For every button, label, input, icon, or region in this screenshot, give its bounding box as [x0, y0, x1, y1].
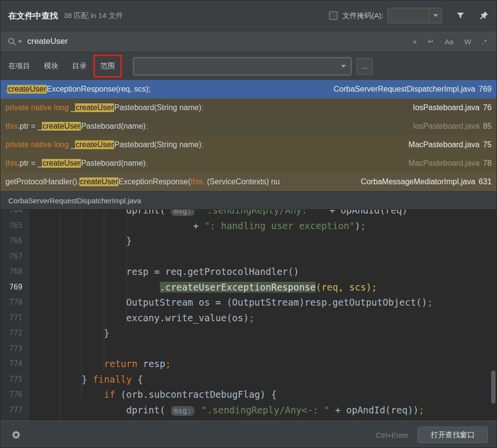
result-row[interactable]: this.ptr = _createUserPasteboard(name); … [0, 154, 497, 173]
result-row[interactable]: private native long _createUserPasteboar… [0, 98, 497, 117]
gear-icon[interactable] [11, 430, 21, 440]
result-text: .createUserExceptionResponse(req, scs); [5, 85, 328, 94]
code-line-current: 769 .createUserExceptionResponse(req, sc… [0, 280, 497, 295]
file-mask-combo[interactable] [387, 8, 442, 23]
file-mask-checkbox[interactable] [329, 11, 338, 20]
editor-scrollbar-thumb[interactable] [491, 370, 496, 404]
result-text: getProtocolHandler().createUserException… [5, 177, 355, 186]
text-segment: ; [419, 405, 424, 415]
text-segment: (ServiceContexts) nu [205, 177, 280, 186]
text-segment [196, 209, 201, 215]
code-line: 766 } [0, 234, 497, 249]
filter-icon[interactable] [456, 11, 465, 20]
text-segment: (req, scs); [316, 282, 377, 292]
tab-scope[interactable]: 范围 [100, 61, 115, 71]
text-segment: Pasteboard(name) [81, 159, 146, 167]
gutter-line-number: 766 [0, 234, 28, 249]
text-segment [37, 389, 104, 400]
line-number: 769 [478, 85, 492, 93]
string-segment: ": handling user exception" [204, 220, 355, 231]
code-text: dprint( msg: ".sendingReply/Any: " + opA… [28, 209, 497, 218]
result-row[interactable]: .createUserExceptionResponse(req, scs); … [0, 80, 497, 98]
pin-icon[interactable] [479, 11, 489, 20]
text-segment: private native long [5, 140, 71, 149]
text-segment: ) [355, 220, 360, 231]
result-text: this.ptr = _createUserPasteboard(name); [5, 122, 407, 131]
whole-words-toggle[interactable]: W [464, 38, 471, 46]
text-segment: resp = req.getProtocolHandler() [37, 266, 299, 277]
code-line: 775 } finally { [0, 372, 497, 388]
match-segment: createUser [79, 177, 118, 186]
text-segment: Pasteboard(String name) [114, 103, 201, 112]
search-icon[interactable] [7, 37, 22, 46]
text-segment: ; [165, 358, 171, 369]
preview-file-title: CorbaServerRequestDispatcherImpl.java [0, 191, 497, 209]
param-hint: msg: [171, 209, 194, 216]
code-line: 767 [0, 249, 497, 265]
text-segment: dprint( [37, 209, 171, 215]
code-text: OutputStream os = (OutputStream)resp.get… [28, 295, 497, 311]
search-options: × ↵ Aa W .* [413, 37, 490, 46]
gutter-line-number: 770 [0, 295, 28, 311]
match-segment: createUser [75, 140, 114, 149]
gutter-line-number: 775 [0, 372, 28, 388]
result-text: private native long _createUserPasteboar… [5, 140, 402, 149]
code-text: .createUserExceptionResponse(req, scs); [28, 280, 497, 295]
gutter-line-number: 774 [0, 356, 28, 372]
text-segment: } [37, 235, 132, 246]
match-segment: createUser [75, 103, 114, 112]
text-segment: _ [71, 103, 75, 112]
newline-icon[interactable]: ↵ [428, 37, 434, 46]
file-name: IosPasteboard.java [413, 122, 479, 130]
result-row[interactable]: getProtocolHandler().createUserException… [0, 173, 497, 191]
open-find-window-button[interactable]: 打开查找窗口 [418, 427, 488, 443]
text-segment: getProtocolHandler(). [5, 177, 79, 186]
titlebar: 在文件中查找 38 匹配 in 14 文件 文件掩码(A): [0, 0, 497, 31]
code-preview-editor[interactable]: 764 dprint( msg: ".sendingReply/Any: " +… [0, 209, 497, 421]
text-segment: Pasteboard(name) [81, 122, 146, 130]
match-segment: createUser [7, 85, 46, 94]
gutter-line-number: 765 [0, 218, 28, 234]
chevron-down-icon[interactable] [336, 65, 351, 68]
search-field[interactable]: createUser × ↵ Aa W .* [0, 31, 497, 52]
line-number: 75 [483, 140, 492, 149]
tab-module[interactable]: 模块 [44, 61, 58, 71]
code-line: 777 dprint( msg: ".sendingReply/Any<-: "… [0, 403, 497, 418]
keyword-segment: if [104, 389, 115, 400]
text-segment: } [37, 328, 110, 338]
text-segment: ; [249, 312, 254, 323]
keyword-segment: finally [93, 374, 132, 385]
scope-bar: 在项目 模块 目录 范围 ... [0, 52, 497, 80]
code-text: if (orb.subcontractDebugFlag) { [28, 387, 497, 403]
match-case-toggle[interactable]: Aa [444, 38, 453, 46]
text-segment: } [37, 374, 93, 385]
code-text: excany.write_value(os); [28, 311, 497, 326]
match-summary: 38 匹配 in 14 文件 [64, 11, 123, 20]
chevron-down-icon[interactable] [429, 8, 441, 23]
line-number: 631 [478, 177, 492, 186]
code-line: 776 if (orb.subcontractDebugFlag) { [0, 387, 497, 403]
code-text: } [28, 326, 497, 341]
more-button[interactable]: ... [356, 58, 373, 75]
code-lines: 764 dprint( msg: ".sendingReply/Any: " +… [0, 209, 497, 418]
text-segment: { [132, 374, 143, 385]
text-segment: ; [201, 140, 203, 149]
line-number: 78 [483, 159, 492, 167]
string-segment: ".sendingReply/Any<-: " [201, 405, 329, 415]
regex-toggle[interactable]: .* [482, 38, 487, 46]
text-segment: _ [71, 140, 75, 149]
scope-combo[interactable] [134, 58, 351, 75]
tab-in-project[interactable]: 在项目 [8, 61, 30, 71]
text-segment: .ptr = _ [18, 159, 42, 167]
file-name: CorbaServerRequestDispatcherImpl.java [334, 85, 476, 93]
result-row[interactable]: private native long _createUserPasteboar… [0, 136, 497, 154]
text-segment: ExceptionResponse(req, scs); [47, 85, 151, 93]
text-segment: this [5, 122, 18, 130]
result-file: CorbaServerRequestDispatcherImpl.java769 [334, 85, 492, 94]
result-text: private native long _createUserPasteboar… [5, 103, 407, 112]
clear-icon[interactable]: × [413, 38, 417, 46]
tab-directory[interactable]: 目录 [72, 61, 87, 71]
search-query[interactable]: createUser [27, 37, 68, 46]
gutter-line-number: 771 [0, 311, 28, 326]
result-row[interactable]: this.ptr = _createUserPasteboard(name); … [0, 117, 497, 136]
